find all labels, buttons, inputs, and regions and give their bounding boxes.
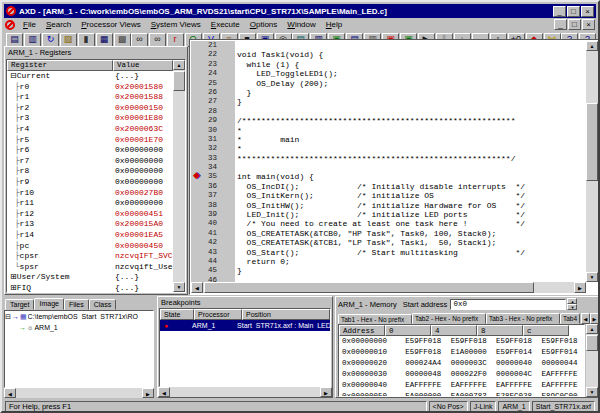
- close-button[interactable]: ×: [581, 6, 594, 17]
- scroll-down-icon[interactable]: ▼: [586, 387, 598, 397]
- register-row[interactable]: ├r80x00000000: [7, 166, 173, 177]
- scroll-up-icon[interactable]: ▲: [586, 41, 598, 51]
- find-next-button[interactable]: ∞: [131, 33, 148, 47]
- code-line[interactable]: 26 }: [191, 88, 586, 97]
- register-row[interactable]: ├r120x00000451: [7, 209, 173, 220]
- value-column-header[interactable]: Value: [113, 60, 173, 71]
- spin-down-icon[interactable]: ▼: [567, 304, 577, 310]
- register-row[interactable]: ├r30x00001E80: [7, 113, 173, 124]
- scrollbar-thumb[interactable]: [586, 335, 598, 351]
- maximize-button[interactable]: □: [567, 6, 580, 17]
- register-row[interactable]: ├r60x00000000: [7, 145, 173, 156]
- code-line[interactable]: 39 LED_Init(); /* initialize LED ports *…: [191, 210, 586, 219]
- processor-column-header[interactable]: Processor: [194, 309, 242, 320]
- tab-scroll-left-icon[interactable]: ◀: [581, 313, 590, 324]
- breakpoints-scrollbar[interactable]: ◀ ▶: [158, 387, 332, 397]
- code-line[interactable]: 45}: [191, 266, 586, 275]
- state-column-header[interactable]: State: [160, 309, 194, 320]
- menu-file[interactable]: File: [18, 19, 41, 30]
- register-row[interactable]: ├r50x00001E70: [7, 135, 173, 146]
- start-address-input[interactable]: [450, 299, 566, 310]
- tab-files[interactable]: Files: [64, 299, 89, 310]
- memory-row[interactable]: 0x00000010E59FF018E1A00000E59FF014E59FF0…: [339, 347, 584, 358]
- register-row[interactable]: ├pc0x00000450: [7, 241, 173, 252]
- registers-window-button[interactable]: r: [167, 33, 184, 47]
- memory-tab-2[interactable]: Tab2 - Hex - No prefix: [412, 313, 486, 324]
- scrollbar-thumb[interactable]: [586, 103, 598, 181]
- menu-system-views[interactable]: System Views: [146, 19, 206, 30]
- register-row[interactable]: ├r40x2000063C: [7, 124, 173, 135]
- scroll-up-icon[interactable]: ▲: [586, 324, 598, 334]
- scrollbar-thumb[interactable]: [204, 282, 534, 293]
- code-line[interactable]: 34: [191, 163, 586, 172]
- memory-column-header[interactable]: 0: [385, 325, 431, 336]
- code-line[interactable]: 41 OS_CREATETASK(&TCB0, "HP Task", Task0…: [191, 229, 586, 238]
- register-row[interactable]: ├r70x00000000: [7, 156, 173, 167]
- register-row[interactable]: ├r90x00000000: [7, 177, 173, 188]
- find-prev-button[interactable]: ∞: [149, 33, 166, 47]
- breakpoint-row[interactable]: ● ARM_1 Start_STR71x.axf : Main_LED.c: [160, 320, 330, 331]
- menu-search[interactable]: Search: [41, 19, 76, 30]
- code-line[interactable]: 29/*************************************…: [191, 116, 586, 125]
- code-line[interactable]: 31* main: [191, 135, 586, 144]
- code-line[interactable]: 23 while (1) {: [191, 60, 586, 69]
- files-panel-scrollbar[interactable]: ◀ ▶: [4, 388, 154, 398]
- refresh-button[interactable]: ↻: [42, 33, 59, 47]
- memory-column-header[interactable]: c: [523, 325, 569, 336]
- code-line[interactable]: 36 OS_IncDI(); /* Initially disable inte…: [191, 182, 586, 191]
- open-file-button[interactable]: ▨: [60, 33, 77, 47]
- menu-execute[interactable]: Execute: [206, 19, 245, 30]
- memory-tab-3[interactable]: Tab3 - Hex - No prefix: [486, 313, 560, 324]
- tree-expander-icon[interactable]: ⊟: [10, 71, 17, 80]
- load-image-button[interactable]: ▤: [6, 33, 23, 47]
- register-row[interactable]: └spsrnzcvqift_User: [7, 262, 173, 273]
- code-line[interactable]: 24 LED_ToggleLED1();: [191, 69, 586, 78]
- scroll-right-icon[interactable]: ▶: [574, 282, 586, 293]
- memory-row[interactable]: 0x00000050EA000000EA000783E28FC028E89C0C…: [339, 391, 584, 397]
- register-row[interactable]: ├r130x200015A0: [7, 219, 173, 230]
- code-line[interactable]: 42 OS_CREATETASK(&TCB1, "LP Task", Task1…: [191, 238, 586, 247]
- save-session-button[interactable]: ▦: [96, 33, 113, 47]
- scroll-left-icon[interactable]: ◀: [158, 387, 170, 397]
- tree-expander-icon[interactable]: ⊟: [5, 313, 11, 321]
- code-line[interactable]: 22void Task1(void) {: [191, 50, 586, 59]
- tree-row-processor[interactable]: → ☼ ARM_1: [5, 322, 153, 333]
- memory-column-header[interactable]: 8: [477, 325, 523, 336]
- mdi-close-button[interactable]: ×: [582, 19, 595, 30]
- code-line[interactable]: 44 return 0;: [191, 257, 586, 266]
- flash-download-button[interactable]: ▮: [78, 33, 95, 47]
- register-row[interactable]: ⊞User/System{...}: [7, 272, 173, 283]
- register-row[interactable]: ├cpsrnzcvqIFT_SVC: [7, 251, 173, 262]
- scroll-right-icon[interactable]: ▶: [320, 387, 332, 397]
- code-line[interactable]: 27}: [191, 97, 586, 106]
- code-line[interactable]: 21: [191, 41, 586, 50]
- scroll-down-icon[interactable]: ▼: [173, 282, 185, 292]
- tab-target[interactable]: Target: [5, 299, 34, 310]
- menu-window[interactable]: Window: [282, 19, 320, 30]
- tab-scroll-right-icon[interactable]: ▶: [590, 313, 599, 324]
- scroll-up-icon[interactable]: ▲: [173, 60, 185, 70]
- code-line[interactable]: 35int main(void) {: [191, 172, 586, 181]
- memory-row[interactable]: 0x00000040EAFFFFFEEAFFFFFEEAFFFFFEEAFFFF…: [339, 380, 584, 391]
- register-row[interactable]: ├r10x20001588: [7, 92, 173, 103]
- tab-class[interactable]: Class: [89, 299, 117, 310]
- code-line[interactable]: 40 /* You need to create at least one ta…: [191, 219, 586, 228]
- menu-options[interactable]: Options: [245, 19, 283, 30]
- tree-expander-icon[interactable]: ⊞: [10, 272, 17, 281]
- register-row[interactable]: ├r140x00001EA5: [7, 230, 173, 241]
- scroll-left-icon[interactable]: ◀: [4, 388, 16, 398]
- mdi-minimize-button[interactable]: _: [554, 19, 567, 30]
- register-row[interactable]: ├r100x000027B0: [7, 188, 173, 199]
- memory-row[interactable]: 0x00000000E59FF018E59FF018E59FF018E59FF0…: [339, 336, 584, 347]
- memory-column-header[interactable]: 4: [431, 325, 477, 336]
- tree-expander-icon[interactable]: ⊞: [10, 283, 17, 292]
- register-row[interactable]: ⊟Current{...}: [7, 71, 173, 82]
- minimize-button[interactable]: _: [553, 6, 566, 17]
- code-line[interactable]: 33**************************************…: [191, 154, 586, 163]
- code-line[interactable]: 30*: [191, 126, 586, 135]
- reload-image-button[interactable]: ▥: [24, 33, 41, 47]
- mdi-restore-button[interactable]: □: [568, 19, 581, 30]
- code-line[interactable]: 28: [191, 107, 586, 116]
- code-line[interactable]: 32*: [191, 144, 586, 153]
- scroll-right-icon[interactable]: ▶: [142, 388, 154, 398]
